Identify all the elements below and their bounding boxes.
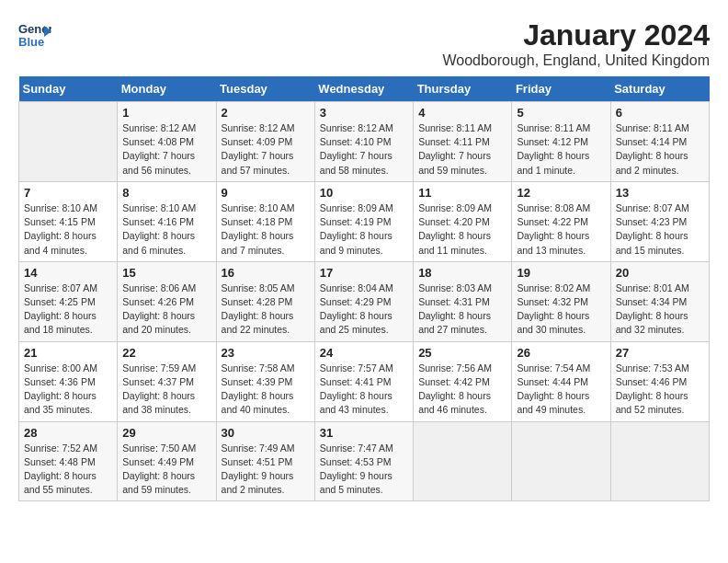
day-number: 22 bbox=[122, 346, 210, 360]
day-cell: 17Sunrise: 8:04 AMSunset: 4:29 PMDayligh… bbox=[314, 261, 413, 341]
day-info: Sunrise: 7:56 AMSunset: 4:42 PMDaylight:… bbox=[418, 362, 506, 418]
day-info: Sunrise: 7:59 AMSunset: 4:37 PMDaylight:… bbox=[122, 362, 210, 418]
day-number: 6 bbox=[616, 106, 704, 120]
day-cell: 10Sunrise: 8:09 AMSunset: 4:19 PMDayligh… bbox=[314, 181, 413, 261]
day-info: Sunrise: 8:10 AMSunset: 4:18 PMDaylight:… bbox=[222, 201, 310, 258]
day-info: Sunrise: 8:03 AMSunset: 4:31 PMDaylight:… bbox=[418, 282, 506, 338]
day-cell: 29Sunrise: 7:50 AMSunset: 4:49 PMDayligh… bbox=[118, 421, 216, 501]
day-number: 14 bbox=[24, 266, 112, 280]
day-cell: 18Sunrise: 8:03 AMSunset: 4:31 PMDayligh… bbox=[414, 261, 512, 341]
header-cell-thursday: Thursday bbox=[414, 76, 512, 102]
day-cell: 31Sunrise: 7:47 AMSunset: 4:53 PMDayligh… bbox=[314, 421, 413, 501]
day-info: Sunrise: 8:07 AMSunset: 4:25 PMDaylight:… bbox=[24, 282, 112, 338]
day-info: Sunrise: 7:52 AMSunset: 4:48 PMDaylight:… bbox=[24, 442, 112, 498]
day-number: 19 bbox=[517, 266, 605, 280]
day-info: Sunrise: 7:54 AMSunset: 4:44 PMDaylight:… bbox=[517, 362, 605, 418]
day-cell: 4Sunrise: 8:11 AMSunset: 4:11 PMDaylight… bbox=[414, 102, 512, 182]
calendar-table: SundayMondayTuesdayWednesdayThursdayFrid… bbox=[18, 76, 710, 501]
day-info: Sunrise: 8:12 AMSunset: 4:09 PMDaylight:… bbox=[222, 121, 310, 178]
day-cell: 21Sunrise: 8:00 AMSunset: 4:36 PMDayligh… bbox=[19, 341, 118, 421]
day-cell: 9Sunrise: 8:10 AMSunset: 4:18 PMDaylight… bbox=[216, 181, 314, 261]
header-cell-monday: Monday bbox=[118, 76, 216, 102]
logo: General Blue bbox=[18, 18, 51, 52]
day-cell: 11Sunrise: 8:09 AMSunset: 4:20 PMDayligh… bbox=[414, 181, 512, 261]
week-row: 7Sunrise: 8:10 AMSunset: 4:15 PMDaylight… bbox=[19, 181, 710, 261]
day-number: 25 bbox=[418, 346, 506, 360]
day-info: Sunrise: 8:09 AMSunset: 4:19 PMDaylight:… bbox=[320, 201, 408, 258]
day-number: 3 bbox=[320, 106, 408, 120]
day-info: Sunrise: 8:00 AMSunset: 4:36 PMDaylight:… bbox=[24, 362, 112, 418]
day-info: Sunrise: 8:10 AMSunset: 4:15 PMDaylight:… bbox=[24, 201, 112, 258]
day-info: Sunrise: 8:02 AMSunset: 4:32 PMDaylight:… bbox=[517, 282, 605, 338]
day-number: 26 bbox=[517, 346, 605, 360]
day-info: Sunrise: 8:01 AMSunset: 4:34 PMDaylight:… bbox=[616, 282, 704, 338]
day-cell: 12Sunrise: 8:08 AMSunset: 4:22 PMDayligh… bbox=[512, 181, 610, 261]
day-info: Sunrise: 8:12 AMSunset: 4:08 PMDaylight:… bbox=[122, 121, 210, 178]
day-cell: 8Sunrise: 8:10 AMSunset: 4:16 PMDaylight… bbox=[118, 181, 216, 261]
day-number: 23 bbox=[222, 346, 310, 360]
day-cell: 3Sunrise: 8:12 AMSunset: 4:10 PMDaylight… bbox=[314, 102, 413, 182]
day-cell: 19Sunrise: 8:02 AMSunset: 4:32 PMDayligh… bbox=[512, 261, 610, 341]
day-number: 29 bbox=[122, 426, 210, 440]
day-info: Sunrise: 7:57 AMSunset: 4:41 PMDaylight:… bbox=[320, 362, 408, 418]
day-cell bbox=[512, 421, 610, 501]
day-number: 16 bbox=[222, 266, 310, 280]
day-info: Sunrise: 8:05 AMSunset: 4:28 PMDaylight:… bbox=[222, 282, 310, 338]
day-cell: 7Sunrise: 8:10 AMSunset: 4:15 PMDaylight… bbox=[19, 181, 118, 261]
page-header: General Blue January 2024 Woodborough, E… bbox=[18, 18, 710, 69]
day-info: Sunrise: 7:58 AMSunset: 4:39 PMDaylight:… bbox=[222, 362, 310, 418]
week-row: 14Sunrise: 8:07 AMSunset: 4:25 PMDayligh… bbox=[19, 261, 710, 341]
day-info: Sunrise: 7:47 AMSunset: 4:53 PMDaylight:… bbox=[320, 442, 408, 498]
week-row: 1Sunrise: 8:12 AMSunset: 4:08 PMDaylight… bbox=[19, 102, 710, 182]
day-cell: 15Sunrise: 8:06 AMSunset: 4:26 PMDayligh… bbox=[118, 261, 216, 341]
header-row: SundayMondayTuesdayWednesdayThursdayFrid… bbox=[19, 76, 710, 102]
header-cell-tuesday: Tuesday bbox=[216, 76, 314, 102]
day-info: Sunrise: 8:11 AMSunset: 4:12 PMDaylight:… bbox=[517, 121, 605, 178]
day-info: Sunrise: 8:12 AMSunset: 4:10 PMDaylight:… bbox=[320, 121, 408, 178]
day-cell: 20Sunrise: 8:01 AMSunset: 4:34 PMDayligh… bbox=[610, 261, 709, 341]
day-cell: 22Sunrise: 7:59 AMSunset: 4:37 PMDayligh… bbox=[118, 341, 216, 421]
day-number: 4 bbox=[418, 106, 506, 120]
day-cell bbox=[414, 421, 512, 501]
day-cell: 25Sunrise: 7:56 AMSunset: 4:42 PMDayligh… bbox=[414, 341, 512, 421]
day-cell: 13Sunrise: 8:07 AMSunset: 4:23 PMDayligh… bbox=[610, 181, 709, 261]
day-info: Sunrise: 8:07 AMSunset: 4:23 PMDaylight:… bbox=[616, 201, 704, 258]
day-number: 24 bbox=[320, 346, 408, 360]
day-number: 9 bbox=[222, 186, 310, 200]
day-number: 17 bbox=[320, 266, 408, 280]
day-cell: 28Sunrise: 7:52 AMSunset: 4:48 PMDayligh… bbox=[19, 421, 118, 501]
day-cell: 27Sunrise: 7:53 AMSunset: 4:46 PMDayligh… bbox=[610, 341, 709, 421]
day-cell: 6Sunrise: 8:11 AMSunset: 4:14 PMDaylight… bbox=[610, 102, 709, 182]
day-info: Sunrise: 7:50 AMSunset: 4:49 PMDaylight:… bbox=[122, 442, 210, 498]
day-cell: 23Sunrise: 7:58 AMSunset: 4:39 PMDayligh… bbox=[216, 341, 314, 421]
day-cell: 30Sunrise: 7:49 AMSunset: 4:51 PMDayligh… bbox=[216, 421, 314, 501]
header-cell-friday: Friday bbox=[512, 76, 610, 102]
logo-icon: General Blue bbox=[18, 18, 51, 52]
day-info: Sunrise: 8:08 AMSunset: 4:22 PMDaylight:… bbox=[517, 201, 605, 258]
week-row: 21Sunrise: 8:00 AMSunset: 4:36 PMDayligh… bbox=[19, 341, 710, 421]
header-cell-saturday: Saturday bbox=[610, 76, 709, 102]
day-cell: 2Sunrise: 8:12 AMSunset: 4:09 PMDaylight… bbox=[216, 102, 314, 182]
header-cell-sunday: Sunday bbox=[19, 76, 118, 102]
calendar-subtitle: Woodborough, England, United Kingdom bbox=[442, 52, 710, 69]
day-cell: 26Sunrise: 7:54 AMSunset: 4:44 PMDayligh… bbox=[512, 341, 610, 421]
day-cell: 1Sunrise: 8:12 AMSunset: 4:08 PMDaylight… bbox=[118, 102, 216, 182]
day-number: 11 bbox=[418, 186, 506, 200]
day-number: 27 bbox=[616, 346, 704, 360]
day-number: 5 bbox=[517, 106, 605, 120]
day-info: Sunrise: 8:10 AMSunset: 4:16 PMDaylight:… bbox=[122, 201, 210, 258]
day-number: 10 bbox=[320, 186, 408, 200]
day-cell: 16Sunrise: 8:05 AMSunset: 4:28 PMDayligh… bbox=[216, 261, 314, 341]
day-info: Sunrise: 7:49 AMSunset: 4:51 PMDaylight:… bbox=[222, 442, 310, 498]
day-number: 30 bbox=[222, 426, 310, 440]
day-info: Sunrise: 8:11 AMSunset: 4:11 PMDaylight:… bbox=[418, 121, 506, 178]
day-info: Sunrise: 8:04 AMSunset: 4:29 PMDaylight:… bbox=[320, 282, 408, 338]
day-info: Sunrise: 8:06 AMSunset: 4:26 PMDaylight:… bbox=[122, 282, 210, 338]
day-number: 15 bbox=[122, 266, 210, 280]
svg-text:Blue: Blue bbox=[18, 35, 44, 49]
day-cell bbox=[610, 421, 709, 501]
day-cell bbox=[19, 102, 118, 182]
title-block: January 2024 Woodborough, England, Unite… bbox=[442, 18, 710, 69]
day-cell: 5Sunrise: 8:11 AMSunset: 4:12 PMDaylight… bbox=[512, 102, 610, 182]
day-info: Sunrise: 7:53 AMSunset: 4:46 PMDaylight:… bbox=[616, 362, 704, 418]
